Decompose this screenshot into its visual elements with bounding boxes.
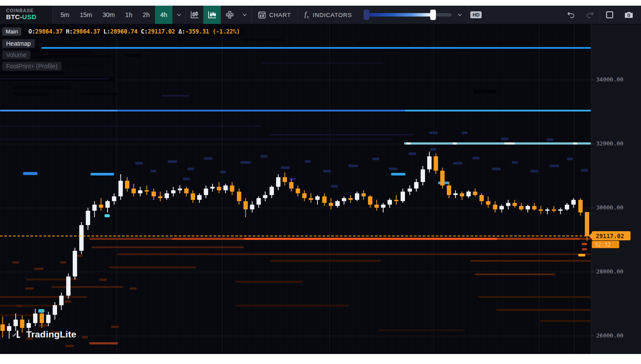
candle[interactable]	[571, 200, 576, 205]
candle[interactable]	[46, 315, 51, 323]
candle[interactable]	[132, 189, 136, 193]
candle[interactable]	[158, 196, 162, 198]
candle[interactable]	[86, 211, 90, 225]
layer-tag-volume[interactable]: Volume	[2, 51, 30, 59]
candle[interactable]	[526, 206, 530, 209]
candle[interactable]	[381, 205, 385, 208]
candle[interactable]	[388, 200, 392, 205]
candle[interactable]	[204, 189, 208, 195]
timeframe-button-4h[interactable]: 4h	[155, 6, 172, 24]
candle[interactable]	[27, 323, 31, 328]
candle[interactable]	[309, 198, 313, 200]
candle[interactable]	[552, 209, 556, 211]
slider-options-button[interactable]	[452, 6, 468, 24]
candle[interactable]	[460, 193, 464, 196]
candle[interactable]	[578, 200, 583, 212]
candle[interactable]	[40, 313, 44, 323]
candle[interactable]	[270, 187, 274, 195]
price-tick-label[interactable]: 26000.00	[596, 332, 624, 339]
candle[interactable]	[585, 212, 589, 236]
candle[interactable]	[466, 192, 471, 196]
candle[interactable]	[250, 205, 254, 209]
candle[interactable]	[361, 193, 366, 196]
candle[interactable]	[171, 190, 175, 193]
candlestick-style-button[interactable]	[186, 6, 203, 24]
timeframe-button-15m[interactable]: 15m	[74, 6, 97, 24]
indicators-button[interactable]: fx INDICATORS	[298, 6, 358, 24]
candle[interactable]	[125, 181, 129, 189]
candle[interactable]	[276, 177, 280, 187]
timeframe-button-30m[interactable]: 30m	[97, 6, 120, 24]
candle[interactable]	[558, 209, 563, 211]
candle[interactable]	[335, 201, 340, 206]
price-tick-label[interactable]: 32000.00	[596, 140, 624, 147]
screenshot-button[interactable]	[619, 6, 638, 24]
candle[interactable]	[479, 195, 484, 202]
candle[interactable]	[499, 206, 504, 209]
undo-button[interactable]	[561, 6, 580, 24]
candle[interactable]	[473, 192, 477, 195]
candle[interactable]	[20, 320, 24, 327]
candle[interactable]	[118, 181, 123, 197]
candle[interactable]	[414, 182, 418, 189]
candle[interactable]	[73, 251, 77, 276]
candle[interactable]	[283, 177, 287, 182]
candle[interactable]	[145, 190, 149, 192]
candle[interactable]	[513, 203, 517, 206]
candle[interactable]	[66, 276, 71, 296]
candle[interactable]	[421, 169, 425, 182]
candle[interactable]	[59, 296, 64, 305]
main-layer-tag[interactable]: Main	[2, 27, 21, 36]
candle[interactable]	[322, 196, 327, 203]
candle[interactable]	[447, 185, 451, 195]
price-tick-label[interactable]: 34000.00	[596, 76, 624, 83]
candle[interactable]	[565, 205, 569, 209]
candle[interactable]	[545, 209, 550, 211]
candle[interactable]	[230, 185, 234, 192]
timeframe-button-2h[interactable]: 2h	[138, 6, 155, 24]
candle[interactable]	[165, 193, 169, 198]
candle[interactable]	[243, 201, 248, 209]
candle[interactable]	[256, 198, 261, 205]
candle[interactable]	[0, 324, 5, 331]
slider-handle[interactable]	[430, 10, 436, 20]
candle[interactable]	[178, 189, 182, 190]
candle[interactable]	[217, 187, 221, 190]
layer-tag-heatmap[interactable]: Heatmap	[2, 39, 35, 48]
candle[interactable]	[99, 205, 103, 208]
chart-canvas[interactable]: Main O:29864.37 H:29864.37 L:28960.74 C:…	[0, 24, 591, 354]
candle[interactable]	[368, 196, 372, 204]
candle[interactable]	[401, 192, 405, 201]
style-more-button[interactable]	[238, 6, 251, 24]
candle[interactable]	[210, 187, 215, 189]
footprint-style-button[interactable]	[221, 6, 238, 24]
candle[interactable]	[506, 203, 510, 206]
redo-button[interactable]	[580, 6, 600, 24]
candle[interactable]	[329, 203, 333, 206]
fullscreen-button[interactable]	[600, 6, 619, 24]
candle[interactable]	[355, 193, 359, 200]
symbol-selector[interactable]: COINBASE BTC-USD	[0, 6, 53, 24]
candle[interactable]	[7, 326, 11, 331]
candle[interactable]	[79, 225, 84, 251]
candle[interactable]	[105, 201, 110, 208]
timeframe-more-button[interactable]	[172, 6, 186, 24]
price-axis[interactable]: 29117.02 52:32 34000.0032000.0030000.002…	[591, 24, 641, 354]
hd-toggle[interactable]: HD	[470, 11, 482, 18]
candle[interactable]	[342, 198, 346, 201]
layer-tag-footprint-profile-[interactable]: FootPrint+ (Profile)	[2, 62, 61, 71]
candle[interactable]	[427, 156, 432, 169]
candle[interactable]	[197, 195, 202, 200]
candle[interactable]	[53, 305, 57, 315]
candle[interactable]	[453, 193, 458, 195]
candle[interactable]	[532, 206, 536, 209]
candle[interactable]	[408, 189, 412, 192]
candle[interactable]	[348, 198, 353, 200]
candle[interactable]	[394, 200, 398, 202]
candle[interactable]	[263, 195, 267, 198]
candle[interactable]	[539, 209, 543, 211]
timeframe-button-1h[interactable]: 1h	[120, 6, 138, 24]
candle[interactable]	[112, 196, 116, 201]
candle[interactable]	[519, 206, 523, 209]
candle[interactable]	[223, 185, 228, 190]
